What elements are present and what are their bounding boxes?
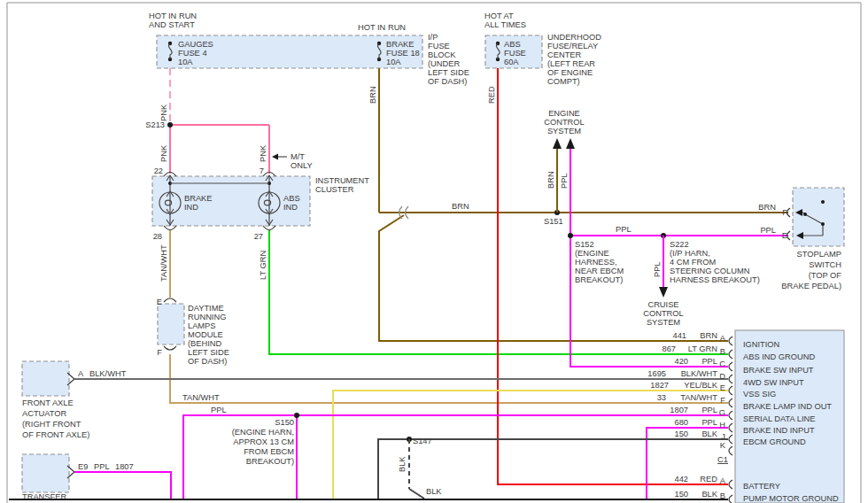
row-e-color: YEL/BLK [684, 381, 718, 390]
svg-text:SWITCH: SWITCH [809, 260, 841, 269]
svg-text:ACTUATOR: ACTUATOR [22, 409, 67, 418]
splice-s147-label: S147 [413, 437, 432, 445]
ppl-wire-label-mid: PPL [616, 225, 632, 234]
row-f-circuit: 33 [657, 393, 666, 402]
battery-row-color: RED [700, 475, 717, 484]
row-g-circuit: 1807 [670, 406, 688, 414]
blk-ground-label: BLK [426, 487, 442, 496]
row-b-circuit: 867 [662, 344, 676, 353]
splice-s152-dot [568, 233, 573, 238]
row-e-circuit: 1827 [650, 381, 669, 390]
brake-fuse-label3: 10A [386, 58, 401, 66]
svg-text:(ENGINE: (ENGINE [575, 249, 609, 258]
red-wire-label: RED [487, 86, 496, 104]
splice-s213-dot [167, 122, 173, 128]
switch-contact-dot2 [821, 222, 825, 226]
drl-pin-e-label: E [157, 298, 162, 306]
row-b-pin: B [720, 347, 725, 356]
ecs-label2: CONTROL [544, 118, 584, 127]
svg-text:RUNNING: RUNNING [188, 313, 226, 321]
pin-27-label: 27 [254, 232, 263, 241]
brn-wire-label-right: BRN [758, 203, 776, 212]
svg-text:(BEHIND: (BEHIND [188, 339, 222, 348]
brake-fuse-label1: BRAKE [386, 40, 415, 49]
drl-module-box [158, 304, 184, 344]
ccs-label1: CRUISE [647, 300, 678, 309]
gauges-fuse-label2: FUSE 4 [178, 49, 207, 58]
row-e-pin: E [720, 383, 725, 392]
row-h-circuit: 680 [674, 418, 688, 427]
svg-text:HARNESS BREAKOUT): HARNESS BREAKOUT) [670, 275, 760, 284]
row-b-label: ABS IND GROUND [743, 352, 815, 361]
svg-text:(I/P HARN,: (I/P HARN, [670, 249, 710, 258]
svg-text:(TOP OF: (TOP OF [809, 271, 842, 280]
row-d-color: BLK/WHT [681, 369, 718, 378]
pnk-wire-label-left: PNK [159, 144, 168, 162]
svg-text:BREAKOUT): BREAKOUT) [575, 275, 623, 284]
splice-s150-dot [294, 413, 299, 418]
ebcm-connector-id: C1 [717, 455, 728, 464]
svg-text:APPROX 13 CM: APPROX 13 CM [233, 437, 294, 446]
tanwht-wire-label: TAN/WHT [159, 244, 168, 282]
svg-text:LEFT SIDE: LEFT SIDE [428, 68, 469, 77]
hot-at-all-times-label2: ALL TIMES [484, 20, 526, 29]
row-c-color: PPL [701, 357, 717, 366]
blkwht-wire-label: BLK/WHT [89, 369, 127, 378]
pnk-wire-label-right: PNK [259, 144, 267, 162]
row-a-pin: A [720, 334, 726, 343]
svg-text:BLOCK: BLOCK [428, 50, 456, 59]
switch-contact-dot3 [821, 200, 825, 204]
transfer-box [22, 454, 69, 492]
svg-text:BREAKOUT): BREAKOUT) [246, 457, 294, 466]
abs-wiring-diagram: HOT IN RUN AND START HOT IN RUN HOT AT A… [0, 0, 868, 503]
gauges-fuse-label1: GAUGES [178, 40, 213, 49]
gauges-fuse-label3: 10A [178, 58, 193, 66]
svg-text:BRAKE PEDAL): BRAKE PEDAL) [781, 282, 841, 290]
hot-in-run-and-start-label2: AND START [149, 20, 195, 29]
svg-text:4 CM FROM: 4 CM FROM [670, 258, 716, 267]
row-g-pin: G [719, 408, 725, 417]
row-d-pin: D [719, 372, 725, 381]
row-f-pin: F [720, 396, 725, 405]
brn-wire-label-mid: BRN [452, 202, 469, 211]
abs-ind-label2: IND [283, 203, 298, 212]
svg-text:NEAR EBCM: NEAR EBCM [575, 267, 624, 275]
row-f-color: TAN/WHT [680, 393, 717, 402]
svg-text:STEERING COLUMN: STEERING COLUMN [670, 267, 749, 275]
row-e-label: VSS SIG [743, 390, 776, 399]
battery-row-pin: A [720, 476, 726, 485]
svg-text:(RIGHT FRONT: (RIGHT FRONT [22, 420, 81, 429]
instrument-cluster-label2: CLUSTER [315, 185, 354, 194]
abs-ind-label1: ABS [283, 194, 300, 203]
stoplamp-pin-f-label: F [782, 208, 787, 217]
row-g-label: SERIAL DATA LINE [743, 414, 815, 423]
pump-gnd-row-label: PUMP MOTOR GROUND [743, 494, 839, 503]
transfer-pin-e9-label: E9 [78, 462, 88, 471]
row-h-label: BRAKE IND INPUT [743, 426, 815, 435]
svg-text:DAYTIME: DAYTIME [188, 304, 224, 313]
svg-text:COMPT): COMPT) [547, 77, 580, 86]
row-g-color: PPL [701, 406, 717, 414]
mt-only-label2: ONLY [291, 161, 313, 170]
row-a-color: BRN [700, 331, 717, 340]
instrument-cluster-label1: INSTRUMENT [315, 176, 369, 185]
row-b-color: LT GRN [688, 344, 717, 353]
battery-row-circuit: 442 [674, 475, 688, 484]
pin-22-label: 22 [154, 166, 163, 175]
svg-text:OF ENGINE: OF ENGINE [547, 68, 593, 77]
pin-7-label: 7 [260, 166, 264, 175]
svg-text:S152: S152 [575, 240, 594, 249]
svg-text:CENTER: CENTER [547, 50, 582, 59]
row-a-label: IGNITION [743, 340, 779, 349]
transfer-circuit-label: 1807 [115, 462, 134, 471]
abs-fuse-label3: 60A [504, 58, 519, 66]
svg-text:(LEFT REAR: (LEFT REAR [547, 59, 595, 68]
pump-gnd-row-pin: B [720, 491, 725, 500]
ppl-wire-label-right: PPL [760, 226, 776, 235]
row-j-pin: J [721, 432, 725, 441]
abs-fuse-label2: FUSE [504, 49, 526, 58]
row-c-circuit: 420 [674, 357, 688, 366]
actuator-pin-a-label: A [78, 369, 84, 378]
front-axle-actuator-box [22, 361, 69, 396]
row-j-color: BLK [701, 429, 717, 438]
